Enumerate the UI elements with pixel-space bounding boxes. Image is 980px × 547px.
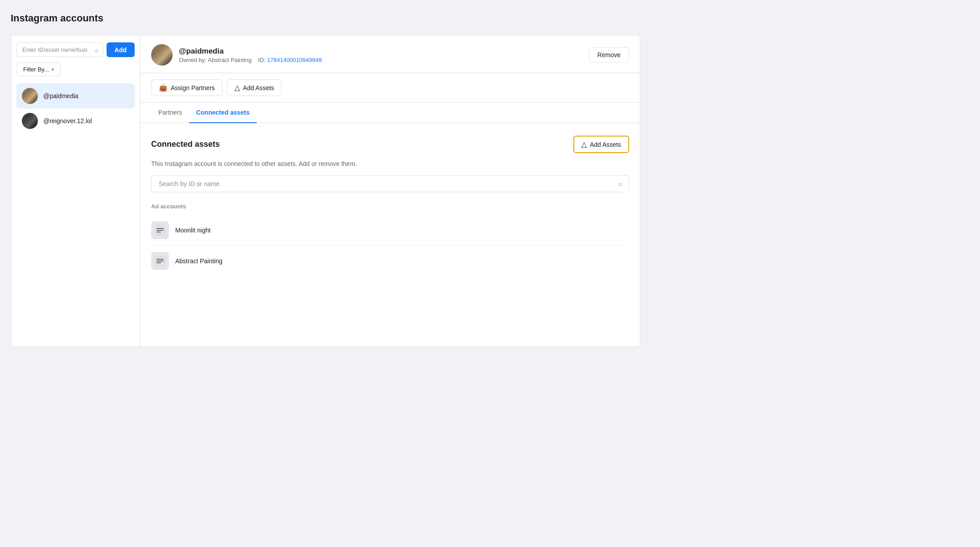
connected-description: This Instagram account is connected to o… [151, 160, 629, 167]
avatar-reignover [22, 113, 38, 129]
chevron-down-icon: ▾ [52, 67, 54, 72]
search-assets-wrapper: ⌕ [151, 175, 629, 192]
add-assets-main-icon: △ [581, 140, 587, 149]
asset-item-moonlit-night: Moonlit night [151, 215, 629, 246]
header-info: @paidmedia Owned by: Abstract Painting I… [179, 47, 322, 63]
briefcase-icon: 👜 [159, 83, 168, 92]
action-buttons: 👜 Assign Partners △ Add Assets [140, 73, 640, 103]
filter-by-button[interactable]: Filter By... ▾ [16, 62, 61, 76]
add-assets-icon: △ [235, 83, 240, 92]
sidebar: ⌕ Add Filter By... ▾ @paidmedia [11, 35, 140, 347]
account-item-paidmedia[interactable]: @paidmedia [16, 83, 135, 108]
tabs-row: Partners Connected assets [140, 103, 640, 123]
account-name-reignover: @reignover.12.lol [43, 117, 92, 124]
asset-name-abstract-painting: Abstract Painting [175, 257, 222, 265]
connected-assets-content: Connected assets △ Add Assets This Insta… [140, 123, 640, 289]
tab-connected-assets-label: Connected assets [196, 109, 250, 116]
search-assets-input[interactable] [151, 175, 629, 192]
tab-partners-label: Partners [158, 109, 182, 116]
search-input-wrapper: ⌕ [16, 42, 103, 57]
sidebar-search-input[interactable] [16, 42, 103, 57]
account-item-reignover[interactable]: @reignover.12.lol [16, 108, 135, 133]
filter-row: Filter By... ▾ [16, 62, 135, 76]
sidebar-search-row: ⌕ Add [16, 42, 135, 57]
header-left: @paidmedia Owned by: Abstract Painting I… [151, 44, 322, 66]
account-handle: @paidmedia [179, 47, 322, 56]
remove-button[interactable]: Remove [589, 47, 629, 62]
header-avatar [151, 44, 173, 66]
ad-account-icon-moonlit [151, 221, 169, 239]
owned-by-label: Owned by: Abstract Painting [179, 57, 251, 63]
connected-assets-header: Connected assets △ Add Assets [151, 136, 629, 153]
add-assets-header-label: Add Assets [243, 84, 274, 91]
search-icon: ⌕ [95, 46, 99, 54]
search-assets-icon: ⌕ [618, 180, 623, 188]
page-title: Instagram accounts [11, 12, 640, 24]
tab-connected-assets[interactable]: Connected assets [189, 103, 257, 123]
assign-partners-label: Assign Partners [171, 84, 215, 91]
add-assets-header-button[interactable]: △ Add Assets [227, 79, 282, 96]
account-name-paidmedia: @paidmedia [43, 92, 78, 99]
tab-partners[interactable]: Partners [151, 103, 189, 123]
connected-assets-title: Connected assets [151, 140, 220, 149]
add-button[interactable]: Add [107, 42, 135, 57]
ad-account-icon-abstract [151, 252, 169, 270]
assign-partners-button[interactable]: 👜 Assign Partners [151, 79, 222, 96]
add-assets-main-button[interactable]: △ Add Assets [573, 136, 629, 153]
asset-name-moonlit-night: Moonlit night [175, 227, 210, 234]
avatar-paidmedia [22, 88, 38, 104]
ad-accounts-section-label: Ad accounts [151, 203, 629, 210]
filter-label: Filter By... [23, 66, 49, 73]
account-list: @paidmedia @reignover.12.lol [16, 83, 135, 133]
main-layout: ⌕ Add Filter By... ▾ @paidmedia [11, 35, 640, 347]
panel-header: @paidmedia Owned by: Abstract Painting I… [140, 35, 640, 73]
account-meta: Owned by: Abstract Painting ID: 17841400… [179, 57, 322, 63]
id-label: ID: [258, 57, 266, 63]
asset-list: Moonlit night Abstract Painting [151, 215, 629, 276]
right-panel: @paidmedia Owned by: Abstract Painting I… [140, 35, 640, 347]
account-id: 17841400010949849 [267, 57, 322, 63]
asset-item-abstract-painting: Abstract Painting [151, 246, 629, 276]
add-assets-main-label: Add Assets [590, 141, 621, 148]
